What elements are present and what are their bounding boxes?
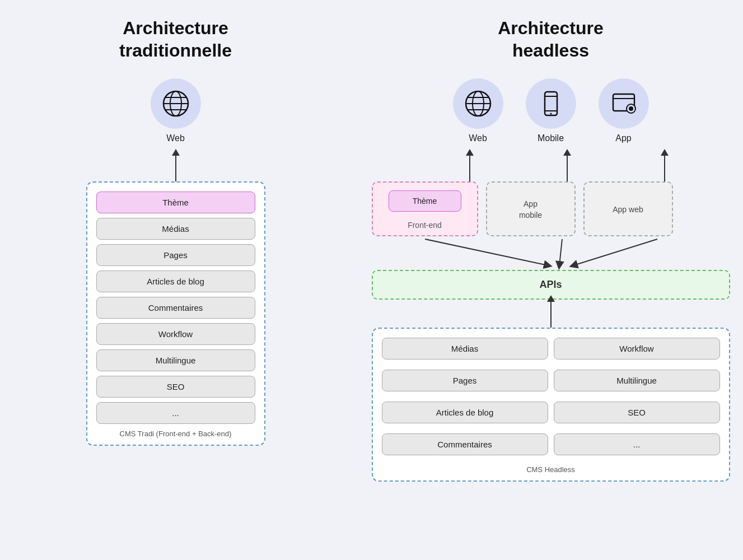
headless-web-wrap: Web [453, 78, 503, 143]
mobile-wrap: Mobile [526, 78, 576, 143]
articles-item: Articles de blog [96, 270, 255, 292]
multi-arrows-section [372, 236, 730, 270]
headless-web-label: Web [469, 133, 487, 143]
svg-point-13 [550, 113, 552, 115]
commentaires-item: Commentaires [96, 297, 255, 319]
headless-title: Architectureheadless [498, 17, 604, 62]
arrow-to-web [175, 153, 176, 181]
more-item: ... [96, 402, 255, 424]
workflow-item: Workflow [96, 323, 255, 345]
pages-item: Pages [96, 244, 255, 266]
traditional-cms-box: Thème Médias Pages Articles de blog Comm… [86, 181, 265, 446]
headless-icons: Web Mobile [453, 78, 649, 143]
medias-item: Médias [96, 218, 255, 240]
arrow-web-down [469, 153, 470, 181]
headless-web-circle [453, 78, 503, 129]
multi-arrows-svg [372, 236, 730, 270]
app-mobile-box: Appmobile [486, 181, 576, 236]
page-container: Architecturetraditionnelle Web [13, 17, 730, 482]
svg-line-20 [573, 239, 657, 265]
traditional-cms-label: CMS Tradi (Front-end + Back-end) [96, 430, 255, 438]
globe-icon [162, 90, 190, 118]
traditional-title: Architecturetraditionnelle [119, 17, 232, 62]
mobile-icon [537, 90, 565, 118]
web-label: Web [166, 133, 185, 143]
headless-globe-icon [464, 90, 492, 118]
h-more: ... [554, 433, 720, 455]
seo-item: SEO [96, 376, 255, 398]
headless-theme-item: Thème [389, 190, 461, 212]
web-icon-wrap: Web [151, 78, 201, 143]
h-medias: Médias [382, 338, 548, 360]
frontend-label: Front-end [408, 221, 442, 230]
app-mobile-text: Appmobile [519, 199, 542, 221]
top-boxes-row: Thème Front-end Appmobile App web [372, 181, 730, 236]
traditional-icons: Web [151, 78, 201, 143]
headless-cms-label: CMS Headless [382, 465, 720, 474]
app-wrap: App [599, 78, 649, 143]
multilingue-item: Multilingue [96, 349, 255, 371]
svg-point-17 [629, 106, 633, 111]
h-workflow: Workflow [554, 338, 720, 360]
app-circle [599, 78, 649, 129]
app-web-box: App web [583, 181, 673, 236]
frontend-box: Thème Front-end [372, 181, 478, 236]
h-commentaires: Commentaires [382, 433, 548, 455]
headless-column: Architectureheadless Web [372, 17, 730, 482]
svg-line-18 [425, 239, 548, 265]
svg-line-19 [559, 239, 562, 265]
traditional-column: Architecturetraditionnelle Web [13, 17, 338, 446]
arrow-app-down [664, 153, 665, 181]
app-web-text: App web [613, 204, 643, 216]
headless-main: Thème Front-end Appmobile App web [372, 153, 730, 482]
app-icon [610, 90, 638, 118]
h-seo: SEO [554, 402, 720, 423]
web-icon-circle [151, 78, 201, 129]
mobile-label: Mobile [538, 133, 564, 143]
svg-rect-10 [545, 92, 557, 115]
top-arrows [372, 153, 730, 181]
app-label: App [615, 133, 631, 143]
headless-cms-box: Médias Workflow Pages Multilingue Articl… [372, 328, 730, 482]
h-multilingue: Multilingue [554, 370, 720, 391]
mobile-circle [526, 78, 576, 129]
arrow-down-to-cms [550, 300, 552, 328]
headless-grid: Médias Workflow Pages Multilingue Articl… [382, 338, 720, 460]
theme-item: Thème [96, 192, 255, 213]
arrow-mobile-down [567, 153, 568, 181]
h-pages: Pages [382, 370, 548, 391]
h-articles: Articles de blog [382, 402, 548, 423]
arrow-apis-to-cms [372, 300, 730, 328]
